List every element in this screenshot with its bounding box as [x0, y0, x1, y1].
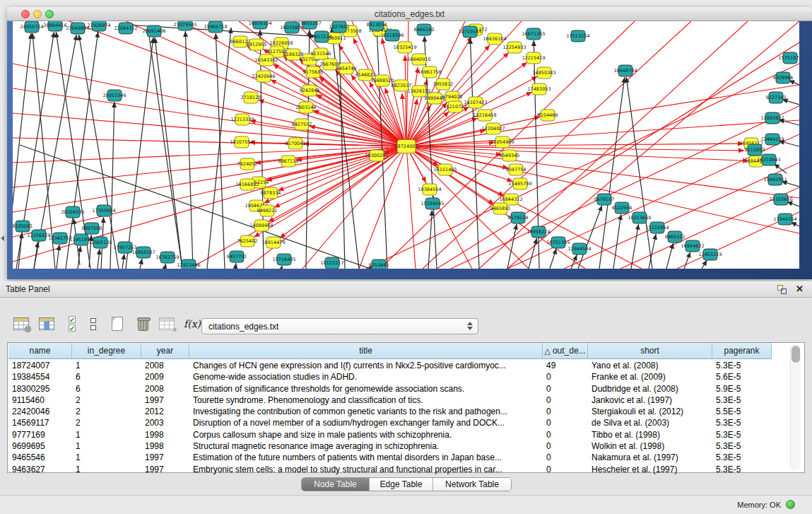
tab-node-table[interactable]: Node Table [302, 478, 370, 491]
graph-node-label: 19384554 [418, 187, 441, 192]
table-cell: Tibbo et al. (1998) [588, 429, 712, 440]
close-panel-icon[interactable]: ✕ [796, 284, 804, 294]
table-row[interactable]: 1830029562008Estimation of significance … [8, 383, 772, 395]
table-scrollbar-thumb[interactable] [792, 346, 800, 363]
delete-rows-button[interactable] [133, 314, 153, 334]
graph-node-label: 16151405 [433, 167, 457, 173]
table-cell: Corpus callosum shape and size in male p… [189, 429, 543, 440]
panel-resize-notch-icon[interactable] [1, 235, 4, 241]
table-source-select[interactable]: citations_edges.txt [201, 318, 478, 334]
row-height-button[interactable] [83, 314, 103, 334]
table-cell: 0 [543, 440, 588, 452]
column-header-pagerank[interactable]: pagerank [712, 343, 772, 359]
window-titlebar[interactable]: citations_edges.txt [7, 7, 812, 21]
graph-edge [406, 146, 416, 269]
table-row[interactable]: 946362711997Embryonic stem cells: a mode… [8, 464, 772, 475]
table-row[interactable]: 946554611997Estimation of the future num… [8, 452, 772, 463]
table-row[interactable]: 969969511998Structural magnetic resonanc… [8, 440, 772, 452]
graph-node-label: 1527602 [329, 24, 350, 30]
table-cell: 5.3E-5 [712, 440, 772, 452]
graph-node-label: 12342757 [48, 235, 71, 241]
graph-node-label: 8912955 [247, 42, 267, 47]
graph-node-label: 9878334 [261, 190, 281, 196]
graph-node-label: 14850383 [532, 70, 555, 76]
column-header-out-de-[interactable]: △out_de... [543, 343, 588, 359]
graph-node-label: 18107554 [230, 139, 253, 145]
tab-edge-table[interactable]: Edge Table [370, 478, 433, 491]
table-scrollbar[interactable] [790, 344, 801, 470]
table-cell: 14569117 [8, 417, 72, 428]
tab-network-table[interactable]: Network Table [433, 478, 511, 491]
network-window: citations_edges.txt 86601238912955182260… [7, 7, 812, 279]
table-cell: 2009 [141, 371, 189, 382]
table-settings-icon [13, 317, 29, 330]
citation-graph[interactable]: 8660123891295518226058912750816543382224… [13, 21, 799, 269]
graph-node-label: 23049854 [66, 25, 89, 31]
table-row[interactable]: 1938455462009Genome-wide association stu… [8, 371, 772, 382]
graph-node-label: 21926974 [87, 23, 110, 28]
graph-node-label: 16751355 [546, 240, 570, 245]
column-header-in-degree[interactable]: in_degree [72, 343, 141, 359]
graph-edge [317, 94, 406, 146]
graph-node-label: 16107427 [464, 100, 487, 105]
graph-edge [550, 249, 556, 269]
status-bar: Memory: OK [0, 495, 812, 514]
graph-node-label: 9146821 [355, 72, 376, 78]
table-settings-button[interactable] [11, 314, 31, 334]
table-body: 1872400712008Changes of HCN gene express… [8, 360, 772, 475]
graph-node-label: 8822037 [392, 83, 412, 88]
graph-node-label: 16782759 [155, 255, 179, 260]
column-header-name[interactable]: name [8, 343, 72, 359]
table-cell: 0 [543, 429, 588, 440]
table-cell: 2008 [141, 383, 189, 395]
graph-node-label: 8170041 [286, 141, 306, 146]
memory-ok-indicator[interactable] [786, 500, 795, 509]
graph-node-label: 13216458 [473, 112, 496, 118]
table-row[interactable]: 1456911722003Disruption of a novel membe… [8, 417, 772, 428]
table-row[interactable]: 1872400712008Changes of HCN gene express… [8, 360, 772, 371]
graph-node-label: 18122217 [320, 260, 343, 266]
table-cell: 2008 [141, 360, 189, 371]
column-header-title[interactable]: title [189, 343, 543, 359]
graph-node-label: 17359934 [92, 208, 115, 214]
memory-status-label: Memory: OK [737, 501, 781, 509]
delete-table-button[interactable]: x [157, 314, 177, 334]
table-row[interactable]: 977716911998Corpus callosum shape and si… [8, 429, 772, 440]
graph-node-label: 16640910 [407, 57, 430, 62]
column-header-year[interactable]: year [141, 343, 189, 359]
graph-node-label: 20894416 [43, 23, 66, 28]
function-builder-button[interactable]: f(x) [182, 314, 202, 334]
graph-node-label: 7625402 [237, 238, 258, 244]
graph-node-label: 18724007 [394, 144, 418, 149]
table-row[interactable]: 2242004622012Investigating the contribut… [8, 406, 772, 417]
graph-node-label: 14099484 [249, 223, 273, 228]
float-panel-icon[interactable] [777, 285, 787, 294]
graph-node-label: 16671355 [522, 31, 545, 37]
table-row[interactable]: 911546021997Tourette syndrome. Phenomeno… [8, 395, 772, 406]
graph-edge [126, 37, 153, 269]
table-cell: 1 [72, 452, 141, 463]
graph-node-label: 12204007 [481, 126, 505, 132]
table-cell: Jankovic et al. (1997) [588, 395, 712, 406]
table-panel-header: Table Panel ✕ [0, 281, 812, 298]
graph-node-label: 8466160 [414, 27, 435, 33]
graph-edge [787, 201, 799, 206]
table-cell: 18300295 [8, 383, 72, 395]
graph-node-label: 16636104 [483, 36, 506, 42]
table-toolbar: ✔✔ x f(x) citations_edges.txt [0, 298, 812, 341]
select-stepper-icon [467, 322, 473, 330]
column-visibility-button[interactable] [37, 314, 57, 334]
table-cell: 9777169 [8, 429, 72, 440]
graph-edge [281, 266, 282, 269]
node-table[interactable]: namein_degreeyeartitle△out_de...shortpag… [7, 342, 805, 473]
column-header-short[interactable]: short [588, 343, 712, 359]
graph-node-label: 17483053 [527, 86, 551, 92]
select-rows-button[interactable]: ✔✔ [62, 314, 82, 334]
network-canvas[interactable]: 8660123891295518226058912750816543382224… [13, 21, 799, 269]
graph-node-label: 15716485 [272, 257, 295, 262]
graph-node-label: 18325419 [393, 45, 416, 50]
graph-node-label: 9154469 [538, 112, 558, 118]
table-cell: 2 [72, 395, 141, 406]
table-cell: Estimation of the future numbers of pati… [189, 452, 543, 463]
new-table-button[interactable] [107, 314, 127, 334]
